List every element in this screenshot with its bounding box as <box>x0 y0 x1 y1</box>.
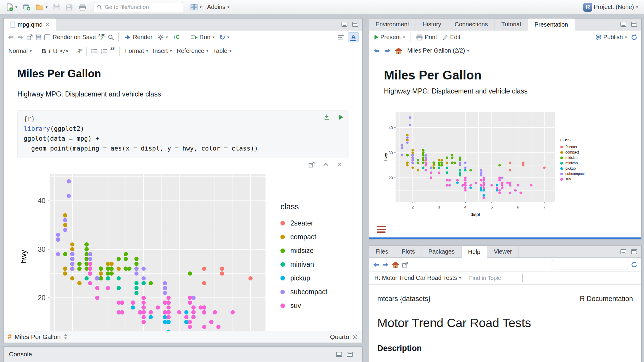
render-options-button[interactable]: ▾ <box>156 33 169 41</box>
maximize-pane-icon[interactable] <box>631 22 637 27</box>
go-to-file-input[interactable] <box>105 4 180 10</box>
numbered-list-button[interactable]: 123 <box>100 48 108 54</box>
save-icon[interactable] <box>35 34 42 41</box>
tab-help[interactable]: Help <box>462 246 487 258</box>
tab-tutorial[interactable]: Tutorial <box>495 19 528 30</box>
tab-plots[interactable]: Plots <box>395 246 422 257</box>
data-point <box>417 169 419 171</box>
tab-packages[interactable]: Packages <box>422 246 462 257</box>
print-button[interactable] <box>77 3 88 11</box>
home-icon[interactable] <box>392 261 399 268</box>
maximize-pane-icon[interactable] <box>631 249 637 254</box>
minimize-pane-icon[interactable] <box>620 249 626 254</box>
back-icon[interactable] <box>7 34 14 41</box>
tab-mpg-qmd[interactable]: mpg.qmd × <box>4 19 56 30</box>
open-file-button[interactable]: ▾ <box>35 3 49 11</box>
maximize-pane-icon[interactable] <box>347 352 353 357</box>
outline-icon[interactable] <box>337 34 344 41</box>
help-topic-selector[interactable]: R: Motor Trend Car Road Tests ▾ <box>373 274 462 282</box>
italic-button[interactable]: I <box>48 47 51 55</box>
data-point <box>77 262 82 266</box>
section-hash-icon: # <box>8 333 12 341</box>
render-button[interactable]: Render <box>123 33 154 41</box>
find-in-topic-input[interactable] <box>466 273 523 283</box>
blockquote-button[interactable]: ” <box>110 48 115 54</box>
save-all-button[interactable] <box>64 3 74 11</box>
help-search-input[interactable] <box>556 261 625 268</box>
home-icon[interactable] <box>395 47 402 54</box>
present-button[interactable]: Present ▾ <box>373 33 406 41</box>
bold-button[interactable]: B <box>42 47 46 55</box>
back-icon[interactable] <box>373 47 380 54</box>
publish-button[interactable]: Publish ▾ <box>594 33 628 41</box>
code-line: geom_point(mapping = aes(x = displ, y = … <box>24 144 343 154</box>
chevron-down-icon: ▾ <box>213 35 215 39</box>
open-in-window-icon[interactable] <box>402 261 408 268</box>
slide-selector[interactable]: Miles Per Gallon (2/2) ▾ <box>406 47 470 55</box>
pane-layout-button[interactable]: ▾ <box>189 3 203 11</box>
chunk-output-toggle-icon[interactable] <box>323 114 330 120</box>
run-chunk-icon[interactable] <box>338 114 344 120</box>
back-icon[interactable] <box>373 261 380 268</box>
legend-label: subcompact <box>290 288 327 296</box>
save-button[interactable] <box>52 3 61 11</box>
format-mode-label[interactable]: Quarto <box>330 333 349 340</box>
chunk-header: {r} <box>24 114 343 124</box>
spellcheck-icon[interactable]: ABC✓ <box>98 34 106 41</box>
outline-updown-icon[interactable] <box>64 334 68 340</box>
open-output-in-window-icon[interactable] <box>308 161 315 168</box>
clear-formatting-button[interactable]: T <box>77 47 82 55</box>
forward-icon[interactable] <box>17 34 24 41</box>
render-on-save-checkbox[interactable] <box>44 34 50 40</box>
reference-menu[interactable]: Reference▾ <box>176 47 210 55</box>
visual-editor-toggle[interactable]: A <box>348 32 359 42</box>
tab-files[interactable]: Files <box>369 246 395 257</box>
bullet-list-button[interactable] <box>91 48 98 54</box>
code-chunk[interactable]: {r} library(ggplot2) ggplot(data = mpg) … <box>17 110 349 158</box>
data-point <box>141 305 146 309</box>
underline-button[interactable]: U <box>53 47 57 55</box>
clear-output-icon[interactable]: × <box>338 162 341 168</box>
data-point <box>70 252 74 256</box>
insert-menu[interactable]: Insert▾ <box>152 47 173 55</box>
new-project-button[interactable] <box>22 3 32 12</box>
output-toolbar: × <box>17 158 349 171</box>
code-format-button[interactable]: </> <box>60 48 68 54</box>
new-file-button[interactable]: ▾ <box>5 3 19 12</box>
tab-presentation[interactable]: Presentation <box>528 19 575 30</box>
forward-icon[interactable] <box>384 47 391 54</box>
minimize-pane-icon[interactable] <box>620 22 626 27</box>
data-point <box>106 272 110 276</box>
document-editor[interactable]: Miles Per Gallon Highway MPG: Displaceme… <box>4 58 362 331</box>
format-menu[interactable]: Format▾ <box>124 47 149 55</box>
paragraph-style-menu[interactable]: Normal ▾ <box>7 47 33 55</box>
tab-environment[interactable]: Environment <box>369 19 416 30</box>
forward-icon[interactable] <box>382 261 389 268</box>
maximize-pane-icon[interactable] <box>352 22 358 27</box>
refresh-icon[interactable] <box>631 34 638 41</box>
tab-viewer[interactable]: Viewer <box>487 246 519 257</box>
insert-chunk-button[interactable]: +C <box>172 33 181 41</box>
table-menu[interactable]: Table▾ <box>212 47 233 55</box>
outline-location-label[interactable]: Miles Per Gallon <box>15 333 61 340</box>
refresh-icon[interactable] <box>631 261 638 268</box>
slide-menu-icon[interactable] <box>377 226 386 233</box>
find-replace-icon[interactable] <box>108 34 114 41</box>
tab-history[interactable]: History <box>416 19 448 30</box>
minimize-pane-icon[interactable] <box>341 22 347 27</box>
addins-menu[interactable]: Addins ▾ <box>206 3 231 11</box>
minimize-pane-icon[interactable] <box>336 352 342 357</box>
tab-connections[interactable]: Connections <box>448 19 495 30</box>
gear-icon[interactable] <box>352 334 358 340</box>
close-icon[interactable]: × <box>45 22 49 27</box>
run-button[interactable]: Run ▾ <box>190 33 216 41</box>
pane-grid-icon <box>190 4 198 10</box>
rerun-button[interactable]: ↻ ▾ <box>218 33 231 41</box>
data-point <box>85 252 89 256</box>
print-presentation-button[interactable]: Print <box>415 33 438 41</box>
open-in-window-icon[interactable] <box>26 34 33 41</box>
edit-presentation-button[interactable]: Edit <box>441 33 462 41</box>
collapse-output-icon[interactable] <box>323 162 329 167</box>
project-menu[interactable]: R Project: (None) ▾ <box>582 2 639 12</box>
mpg-scatter-plot: 234567203040displhwy <box>17 171 274 331</box>
